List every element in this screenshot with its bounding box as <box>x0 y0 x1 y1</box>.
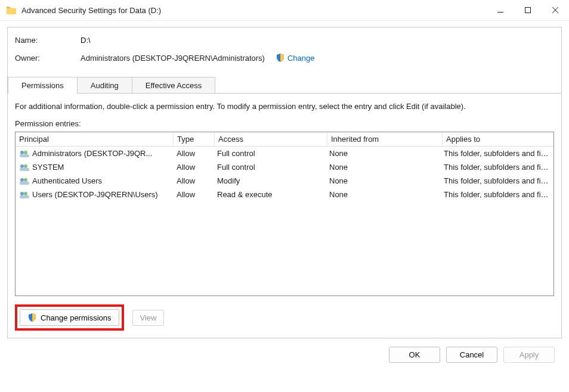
svg-point-9 <box>24 178 27 182</box>
shield-icon <box>27 313 37 322</box>
minimize-button[interactable] <box>487 0 514 20</box>
cell-principal: SYSTEM <box>32 163 64 172</box>
name-field[interactable] <box>81 36 319 45</box>
permission-entries-grid[interactable]: Principal Type Access Inherited from App… <box>15 132 554 296</box>
svg-point-5 <box>20 164 24 168</box>
table-row[interactable]: Users (DESKTOP-J9QRERN\Users)AllowRead &… <box>16 188 553 201</box>
tabstrip: Permissions Auditing Effective Access <box>8 76 561 93</box>
view-label: View <box>140 313 157 322</box>
col-access[interactable]: Access <box>215 132 327 146</box>
svg-rect-0 <box>497 12 503 13</box>
svg-point-12 <box>24 192 27 195</box>
change-owner-link[interactable]: Change <box>276 53 315 63</box>
entries-label: Permission entries: <box>15 119 554 128</box>
grid-header: Principal Type Access Inherited from App… <box>16 132 553 147</box>
cell-inherited: None <box>326 160 440 174</box>
maximize-button[interactable] <box>514 0 542 20</box>
svg-rect-7 <box>20 168 29 171</box>
cell-access: Full control <box>214 147 326 160</box>
folder-icon <box>6 5 17 15</box>
main-panel: Name: Owner: Administrators (DESKTOP-J9Q… <box>7 27 562 338</box>
close-button[interactable] <box>542 0 569 20</box>
cell-type: Allow <box>173 147 214 160</box>
col-principal[interactable]: Principal <box>16 132 174 146</box>
apply-button: Apply <box>503 347 555 363</box>
cell-principal: Administrators (DESKTOP-J9QR... <box>32 149 152 158</box>
svg-point-8 <box>20 178 24 182</box>
annotation-highlight: Change permissions <box>15 304 124 331</box>
cell-type: Allow <box>173 188 214 201</box>
owner-value: Administrators (DESKTOP-J9QRERN\Administ… <box>81 54 265 63</box>
svg-rect-13 <box>20 195 29 198</box>
tab-permissions[interactable]: Permissions <box>8 77 78 94</box>
change-owner-text: Change <box>287 54 315 63</box>
ok-button[interactable]: OK <box>389 347 440 363</box>
svg-point-11 <box>20 192 24 195</box>
cell-type: Allow <box>173 160 214 174</box>
group-icon <box>19 150 30 158</box>
cell-access: Modify <box>214 174 326 188</box>
tab-auditing[interactable]: Auditing <box>77 77 132 94</box>
svg-rect-1 <box>525 8 531 13</box>
svg-point-3 <box>24 151 27 154</box>
cell-inherited: None <box>326 188 440 201</box>
table-row[interactable]: SYSTEMAllowFull controlNoneThis folder, … <box>16 160 553 174</box>
cell-access: Read & execute <box>214 188 326 201</box>
cell-applies: This folder, subfolders and files <box>440 160 553 174</box>
change-permissions-label: Change permissions <box>41 313 112 322</box>
name-label: Name: <box>15 36 81 45</box>
cell-inherited: None <box>326 147 440 160</box>
cell-type: Allow <box>173 174 214 188</box>
col-applies[interactable]: Applies to <box>443 132 553 146</box>
svg-point-6 <box>24 164 27 168</box>
cell-inherited: None <box>326 174 440 188</box>
col-inherited[interactable]: Inherited from <box>327 132 443 146</box>
table-row[interactable]: Administrators (DESKTOP-J9QR...AllowFull… <box>16 147 553 160</box>
view-button: View <box>132 310 165 326</box>
tab-body-permissions: For additional information, double-click… <box>8 93 561 338</box>
shield-icon <box>276 53 285 63</box>
instruction-text: For additional information, double-click… <box>15 102 554 111</box>
cell-applies: This folder, subfolders and files <box>440 188 553 201</box>
group-icon <box>19 177 30 185</box>
titlebar: Advanced Security Settings for Data (D:) <box>0 0 569 21</box>
cell-applies: This folder, subfolders and files <box>440 147 553 160</box>
change-permissions-button[interactable]: Change permissions <box>20 309 119 326</box>
cell-applies: This folder, subfolders and files <box>440 174 553 188</box>
col-type[interactable]: Type <box>174 132 215 146</box>
table-row[interactable]: Authenticated UsersAllowModifyNoneThis f… <box>16 174 553 188</box>
cancel-button[interactable]: Cancel <box>446 347 497 363</box>
svg-rect-10 <box>20 182 29 185</box>
window-title: Advanced Security Settings for Data (D:) <box>21 6 487 15</box>
cell-access: Full control <box>214 160 326 174</box>
dialog-button-row: OK Cancel Apply <box>7 338 562 371</box>
group-icon <box>19 191 30 199</box>
cell-principal: Users (DESKTOP-J9QRERN\Users) <box>32 190 158 199</box>
tab-effective-access[interactable]: Effective Access <box>132 77 215 94</box>
owner-label: Owner: <box>15 54 81 63</box>
cell-principal: Authenticated Users <box>32 176 102 185</box>
svg-rect-4 <box>20 154 29 157</box>
group-icon <box>19 163 30 172</box>
svg-point-2 <box>20 151 24 154</box>
